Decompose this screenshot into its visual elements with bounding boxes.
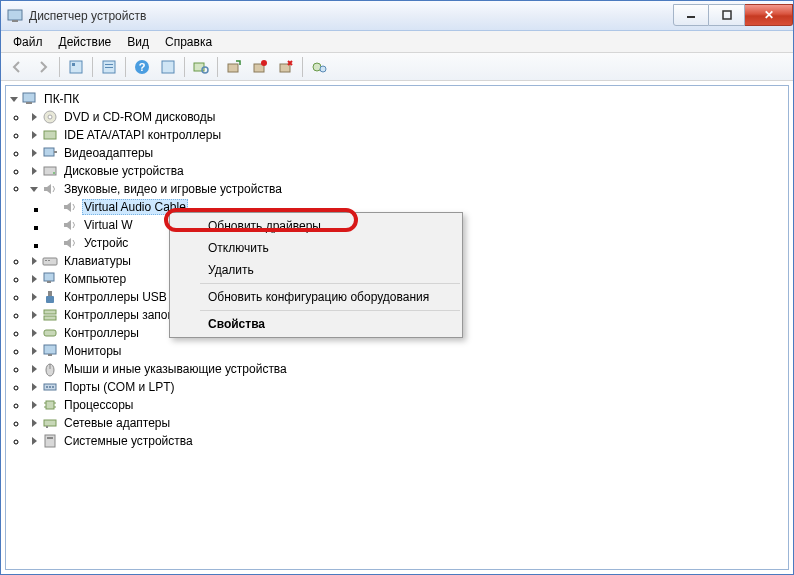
tree-category[interactable]: Процессоры — [28, 396, 786, 414]
toolbar-uninstall-button[interactable] — [274, 55, 298, 79]
svg-point-16 — [261, 60, 267, 66]
window-controls: ✕ — [673, 5, 793, 26]
chevron-right-icon[interactable] — [28, 417, 40, 429]
menu-view[interactable]: Вид — [119, 33, 157, 51]
chevron-right-icon[interactable] — [28, 309, 40, 321]
device-manager-window: Диспетчер устройств ✕ Файл Действие Вид … — [0, 0, 794, 575]
tree-category-label: Контроллеры — [62, 326, 141, 340]
ctx-properties[interactable]: Свойства — [200, 313, 460, 335]
app-icon — [7, 8, 23, 24]
chevron-right-icon[interactable] — [28, 291, 40, 303]
chevron-right-icon[interactable] — [28, 129, 40, 141]
sound-icon — [62, 217, 78, 233]
category-icon — [42, 109, 58, 125]
svg-rect-25 — [44, 148, 54, 156]
chevron-right-icon[interactable] — [28, 165, 40, 177]
category-icon — [42, 397, 58, 413]
menu-file[interactable]: Файл — [5, 33, 51, 51]
nav-forward-button[interactable] — [31, 55, 55, 79]
menu-help[interactable]: Справка — [157, 33, 220, 51]
chevron-right-icon[interactable] — [28, 345, 40, 357]
category-icon — [42, 379, 58, 395]
svg-rect-30 — [45, 260, 47, 261]
svg-rect-52 — [44, 420, 56, 426]
tree-category[interactable]: DVD и CD-ROM дисководы — [28, 108, 786, 126]
chevron-right-icon[interactable] — [28, 399, 40, 411]
category-icon — [42, 415, 58, 431]
category-icon — [42, 289, 58, 305]
toolbar-btn-9[interactable] — [307, 55, 331, 79]
toolbar-update-button[interactable] — [222, 55, 246, 79]
svg-rect-21 — [26, 102, 32, 104]
tree-category-label: IDE ATA/ATAPI контроллеры — [62, 128, 223, 142]
menubar: Файл Действие Вид Справка — [1, 31, 793, 53]
menu-action[interactable]: Действие — [51, 33, 120, 51]
tree-root[interactable]: ПК-ПК — [8, 90, 786, 108]
svg-point-45 — [49, 386, 51, 388]
toolbar-btn-1[interactable] — [64, 55, 88, 79]
ctx-refresh-config[interactable]: Обновить конфигурацию оборудования — [200, 286, 460, 308]
svg-rect-3 — [723, 11, 731, 19]
svg-rect-34 — [48, 291, 52, 296]
svg-rect-20 — [23, 93, 35, 102]
tree-category[interactable]: Порты (COM и LPT) — [28, 378, 786, 396]
chevron-down-icon[interactable] — [28, 183, 40, 195]
maximize-button[interactable] — [709, 4, 745, 26]
ctx-update-drivers[interactable]: Обновить драйверы... — [200, 215, 460, 237]
tree-category[interactable]: Сетевые адаптеры — [28, 414, 786, 432]
titlebar[interactable]: Диспетчер устройств ✕ — [1, 1, 793, 31]
svg-point-44 — [46, 386, 48, 388]
sound-icon — [62, 199, 78, 215]
ctx-delete[interactable]: Удалить — [200, 259, 460, 281]
tree-category-label: Сетевые адаптеры — [62, 416, 172, 430]
svg-rect-40 — [48, 354, 52, 356]
device-tree-panel: ПК-ПК DVD и CD-ROM дисководыIDE ATA/ATAP… — [5, 85, 789, 570]
chevron-right-icon[interactable] — [28, 363, 40, 375]
tree-category[interactable]: IDE ATA/ATAPI контроллеры — [28, 126, 786, 144]
tree-category-label: DVD и CD-ROM дисководы — [62, 110, 217, 124]
tree-category[interactable]: Видеоадаптеры — [28, 144, 786, 162]
svg-point-28 — [53, 172, 55, 174]
svg-rect-26 — [54, 151, 57, 153]
tree-category[interactable]: Мониторы — [28, 342, 786, 360]
toolbar-disable-button[interactable] — [248, 55, 272, 79]
chevron-right-icon[interactable] — [28, 435, 40, 447]
tree-category[interactable]: Мыши и иные указывающие устройства — [28, 360, 786, 378]
tree-category-label: Звуковые, видео и игровые устройства — [62, 182, 284, 196]
svg-rect-24 — [44, 131, 56, 139]
tree-category[interactable]: Дисковые устройства — [28, 162, 786, 180]
chevron-right-icon[interactable] — [28, 255, 40, 267]
svg-rect-11 — [162, 61, 174, 73]
tree-root-label: ПК-ПК — [42, 92, 81, 106]
toolbar-scan-button[interactable] — [189, 55, 213, 79]
category-icon — [42, 181, 58, 197]
window-title: Диспетчер устройств — [29, 9, 673, 23]
expander-none — [48, 201, 60, 213]
svg-rect-1 — [12, 20, 18, 22]
ctx-disable[interactable]: Отключить — [200, 237, 460, 259]
tree-category[interactable]: Системные устройства — [28, 432, 786, 450]
svg-rect-35 — [46, 296, 54, 303]
expander-none — [48, 219, 60, 231]
tree-category-label: Порты (COM и LPT) — [62, 380, 177, 394]
chevron-right-icon[interactable] — [28, 147, 40, 159]
nav-back-button[interactable] — [5, 55, 29, 79]
toolbar-help-button[interactable]: ? — [130, 55, 154, 79]
chevron-right-icon[interactable] — [28, 327, 40, 339]
tree-device-label: Virtual W — [82, 218, 134, 232]
toolbar-btn-2[interactable] — [97, 55, 121, 79]
minimize-button[interactable] — [673, 4, 709, 26]
category-icon — [42, 361, 58, 377]
chevron-down-icon[interactable] — [8, 93, 20, 105]
tree-category-label: Процессоры — [62, 398, 136, 412]
tree-category[interactable]: Звуковые, видео и игровые устройства — [28, 180, 786, 198]
close-button[interactable]: ✕ — [745, 4, 793, 26]
tree-category-label: Контроллеры USB — [62, 290, 169, 304]
svg-rect-0 — [8, 10, 22, 20]
chevron-right-icon[interactable] — [28, 111, 40, 123]
svg-rect-33 — [47, 281, 51, 283]
chevron-right-icon[interactable] — [28, 381, 40, 393]
tree-category-label: Дисковые устройства — [62, 164, 186, 178]
toolbar-btn-4[interactable] — [156, 55, 180, 79]
chevron-right-icon[interactable] — [28, 273, 40, 285]
